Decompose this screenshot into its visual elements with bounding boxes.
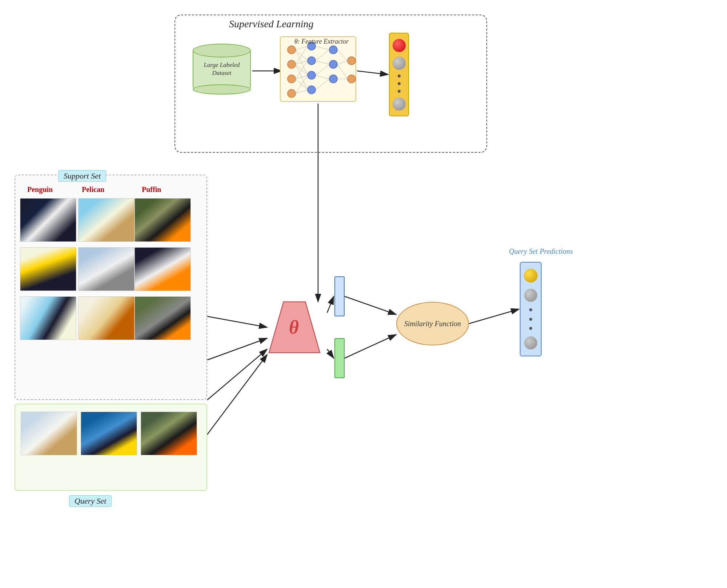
svg-point-23 bbox=[329, 60, 337, 68]
svg-line-10 bbox=[327, 349, 334, 358]
svg-line-7 bbox=[207, 349, 267, 400]
feature-vector-blue bbox=[334, 276, 345, 316]
svg-point-25 bbox=[348, 57, 356, 65]
supervised-output-bar bbox=[389, 33, 409, 116]
penguin-image-1 bbox=[20, 198, 76, 242]
pred-dot-2 bbox=[529, 318, 532, 321]
output-dot-1 bbox=[398, 75, 401, 77]
pelican-image-1 bbox=[78, 198, 134, 242]
svg-line-12 bbox=[345, 335, 396, 358]
svg-line-34 bbox=[296, 61, 308, 79]
cat-puffin-label: Puffin bbox=[142, 185, 161, 194]
svg-point-19 bbox=[308, 57, 316, 65]
pred-dot-1 bbox=[529, 308, 532, 311]
svg-point-26 bbox=[348, 75, 356, 83]
supervised-learning-label: Supervised Learning bbox=[229, 18, 314, 30]
output-circle-red bbox=[393, 39, 406, 52]
query-image-2 bbox=[81, 412, 137, 455]
svg-line-8 bbox=[207, 355, 267, 435]
query-image-1 bbox=[21, 412, 77, 455]
nn-label: θ: Feature Extractor bbox=[294, 38, 349, 45]
similarity-function: Similarity Function bbox=[396, 302, 469, 345]
svg-line-6 bbox=[207, 338, 267, 360]
svg-line-47 bbox=[337, 64, 348, 79]
cat-pelican-label: Pelican bbox=[82, 185, 104, 194]
neural-network-box bbox=[280, 36, 356, 102]
output-dot-2 bbox=[398, 82, 401, 85]
db-label: Large Labeled Dataset bbox=[193, 61, 251, 77]
svg-point-15 bbox=[288, 60, 296, 68]
query-image-3 bbox=[141, 412, 197, 455]
svg-line-41 bbox=[316, 61, 329, 64]
query-set-box bbox=[15, 404, 207, 491]
svg-line-13 bbox=[469, 309, 519, 324]
svg-point-16 bbox=[288, 75, 296, 83]
cat-penguin-label: Penguin bbox=[27, 185, 53, 194]
pred-circle-gray-2 bbox=[524, 336, 537, 349]
feature-vector-green bbox=[334, 338, 345, 378]
svg-point-20 bbox=[308, 71, 316, 79]
svg-point-22 bbox=[329, 46, 337, 54]
puffin-image-3 bbox=[134, 296, 191, 340]
svg-line-31 bbox=[296, 61, 308, 64]
penguin-image-3 bbox=[20, 296, 76, 340]
svg-line-44 bbox=[316, 79, 329, 90]
pelican-image-3 bbox=[78, 296, 134, 340]
pred-circle-yellow bbox=[524, 269, 538, 283]
puffin-image-1 bbox=[134, 198, 191, 242]
output-dot-3 bbox=[398, 90, 401, 93]
theta-symbol: θ bbox=[289, 316, 299, 338]
svg-line-35 bbox=[296, 75, 308, 79]
svg-line-5 bbox=[207, 316, 267, 327]
svg-point-14 bbox=[288, 46, 296, 54]
database-cylinder: Large Labeled Dataset bbox=[193, 44, 251, 95]
svg-line-46 bbox=[337, 61, 348, 64]
svg-line-39 bbox=[316, 46, 329, 50]
puffin-image-2 bbox=[134, 247, 191, 291]
pred-circle-gray-1 bbox=[524, 289, 537, 302]
penguin-image-2 bbox=[20, 247, 76, 291]
output-circle-gray-2 bbox=[393, 97, 406, 111]
svg-line-30 bbox=[296, 46, 308, 64]
pelican-image-2 bbox=[78, 247, 134, 291]
db-top bbox=[193, 44, 251, 57]
output-circle-gray-1 bbox=[393, 57, 406, 70]
svg-line-9 bbox=[327, 296, 334, 313]
svg-line-37 bbox=[296, 75, 308, 93]
query-set-predictions-label: Query Set Predictions bbox=[509, 247, 573, 256]
svg-line-42 bbox=[316, 64, 329, 75]
query-set-label: Query Set bbox=[69, 495, 112, 507]
svg-line-40 bbox=[316, 50, 329, 61]
svg-point-17 bbox=[288, 89, 296, 97]
db-bottom-ellipse bbox=[193, 84, 251, 95]
svg-line-11 bbox=[345, 296, 396, 315]
pred-dot-3 bbox=[529, 327, 532, 330]
support-set-label: Support Set bbox=[58, 170, 106, 182]
svg-line-38 bbox=[296, 90, 308, 93]
query-predictions-bar bbox=[520, 262, 542, 356]
svg-point-21 bbox=[308, 86, 316, 94]
svg-line-27 bbox=[296, 46, 308, 50]
svg-line-43 bbox=[316, 75, 329, 79]
svg-line-45 bbox=[337, 50, 348, 61]
svg-point-24 bbox=[329, 75, 337, 83]
